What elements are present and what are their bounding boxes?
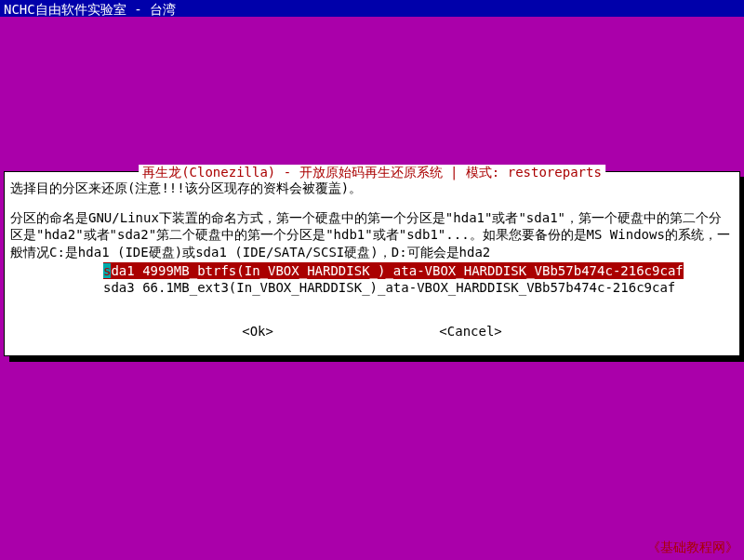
partition-label: sda3 66.1MB_ext3(In_VBOX_HARDDISK_)_ata-… [103, 280, 675, 295]
dialog-body: 分区的命名是GNU/Linux下装置的命名方式，第一个硬盘中的第一个分区是"hd… [10, 209, 734, 260]
watermark: 《基础教程网》 [647, 540, 738, 556]
title-text: NCHC自由软件实验室 - 台湾 [4, 2, 176, 17]
title-bar: NCHC自由软件实验室 - 台湾 [0, 0, 744, 17]
button-row: <Ok> <Cancel> [10, 324, 734, 339]
dialog-wrapper: 再生龙(Clonezilla) - 开放原始码再生还原系统 | 模式: rest… [4, 171, 740, 356]
dialog-box: 再生龙(Clonezilla) - 开放原始码再生还原系统 | 模式: rest… [4, 171, 740, 356]
ok-button[interactable]: <Ok> [242, 324, 273, 339]
partition-label: da1 4999MB_btrfs(In_VBOX_HARDDISK_)_ata-… [111, 263, 683, 278]
dialog-instruction: 选择目的分区来还原(注意!!!该分区现存的资料会被覆盖)。 [10, 180, 734, 196]
partition-item-sda3[interactable]: sda3 66.1MB_ext3(In_VBOX_HARDDISK_)_ata-… [103, 279, 734, 296]
partition-item-sda1[interactable]: sda1 4999MB_btrfs(In_VBOX_HARDDISK_)_ata… [103, 262, 684, 279]
dialog-title: 再生龙(Clonezilla) - 开放原始码再生还原系统 | 模式: rest… [139, 165, 605, 181]
cancel-button[interactable]: <Cancel> [439, 324, 501, 339]
partition-list: sda1 4999MB_btrfs(In_VBOX_HARDDISK_)_ata… [103, 262, 734, 296]
